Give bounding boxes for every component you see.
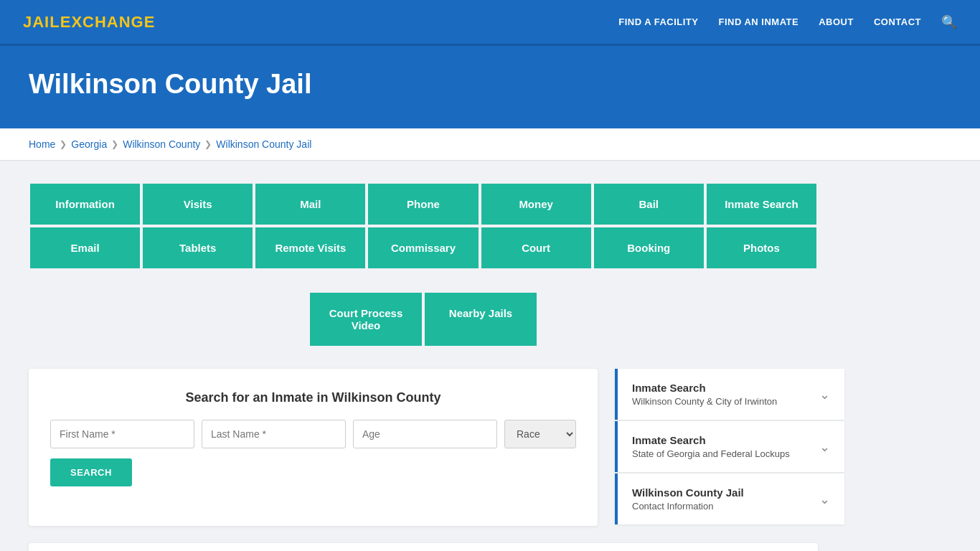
logo-jail: JAIL: [23, 13, 60, 31]
info-section: Wilkinson County Jail Information: [29, 543, 818, 551]
first-name-input[interactable]: [50, 420, 194, 448]
sidebar-item-2-title: Inmate Search: [632, 434, 790, 446]
nav-find-inmate[interactable]: FIND AN INMATE: [718, 17, 798, 27]
tab-inmate-search[interactable]: Inmate Search: [705, 182, 818, 226]
tab-photos[interactable]: Photos: [705, 226, 818, 270]
logo-exchange-rest: XCHANGE: [71, 13, 155, 31]
tab-mail[interactable]: Mail: [254, 182, 367, 226]
tabs-grid: Information Visits Mail Phone Money Bail…: [29, 182, 818, 270]
hero-section: Wilkinson County Jail: [0, 46, 980, 128]
two-col-layout: Search for an Inmate in Wilkinson County…: [29, 369, 818, 526]
search-title: Search for an Inmate in Wilkinson County: [50, 390, 576, 405]
sidebar-item-2-subtitle: State of Georgia and Federal Lockups: [632, 448, 790, 459]
page-title: Wilkinson County Jail: [29, 69, 951, 100]
tab-court[interactable]: Court: [480, 226, 593, 270]
tab-email[interactable]: Email: [29, 226, 141, 270]
sidebar: Inmate Search Wilkinson County & City of…: [615, 369, 844, 526]
tab-visits[interactable]: Visits: [141, 182, 254, 226]
search-inputs: Race White Black Hispanic Asian Other: [50, 420, 576, 448]
breadcrumb-georgia[interactable]: Georgia: [71, 138, 107, 150]
chevron-down-icon-2: ⌄: [819, 439, 830, 455]
tab-phone[interactable]: Phone: [367, 182, 479, 226]
chevron-down-icon-1: ⌄: [819, 387, 830, 402]
breadcrumb-sep-2: ❯: [111, 139, 118, 149]
search-card: Search for an Inmate in Wilkinson County…: [29, 369, 598, 526]
tab-information[interactable]: Information: [29, 182, 141, 226]
sidebar-item-2[interactable]: Inmate Search State of Georgia and Feder…: [615, 421, 844, 472]
sidebar-item-2-text: Inmate Search State of Georgia and Feder…: [632, 434, 790, 459]
tab-commissary[interactable]: Commissary: [367, 226, 479, 270]
sidebar-item-3-subtitle: Contact Information: [632, 501, 744, 512]
breadcrumb-sep-3: ❯: [204, 139, 212, 149]
sidebar-item-3[interactable]: Wilkinson County Jail Contact Informatio…: [615, 474, 844, 524]
sidebar-item-1[interactable]: Inmate Search Wilkinson County & City of…: [615, 369, 844, 420]
sidebar-item-1-subtitle: Wilkinson County & City of Irwinton: [632, 396, 777, 407]
nav-links: FIND A FACILITY FIND AN INMATE ABOUT CON…: [618, 14, 957, 30]
breadcrumb-current: Wilkinson County Jail: [216, 138, 311, 150]
search-button[interactable]: SEARCH: [50, 458, 132, 486]
breadcrumb-county[interactable]: Wilkinson County: [123, 138, 200, 150]
nav-contact[interactable]: CONTACT: [874, 17, 921, 27]
chevron-down-icon-3: ⌄: [819, 491, 830, 507]
nav-find-facility[interactable]: FIND A FACILITY: [618, 17, 698, 27]
last-name-input[interactable]: [202, 420, 346, 448]
tab-booking[interactable]: Booking: [593, 226, 705, 270]
main-content: Information Visits Mail Phone Money Bail…: [0, 161, 980, 551]
sidebar-item-3-text: Wilkinson County Jail Contact Informatio…: [632, 486, 744, 512]
sidebar-item-1-title: Inmate Search: [632, 382, 777, 394]
tab-tablets[interactable]: Tablets: [141, 226, 254, 270]
logo[interactable]: JAILEXCHANGE: [23, 13, 155, 32]
nav-about[interactable]: ABOUT: [819, 17, 854, 27]
tab-bail[interactable]: Bail: [593, 182, 705, 226]
sidebar-item-1-text: Inmate Search Wilkinson County & City of…: [632, 382, 777, 407]
tab-remote-visits[interactable]: Remote Visits: [254, 226, 367, 270]
breadcrumb: Home ❯ Georgia ❯ Wilkinson County ❯ Wilk…: [0, 128, 980, 161]
breadcrumb-home[interactable]: Home: [29, 138, 55, 150]
tabs-row3: Court Process Video Nearby Jails: [29, 291, 818, 347]
tab-nearby-jails[interactable]: Nearby Jails: [423, 291, 538, 347]
tab-court-process-video[interactable]: Court Process Video: [308, 291, 423, 347]
main-nav: JAILEXCHANGE FIND A FACILITY FIND AN INM…: [0, 0, 980, 46]
age-input[interactable]: [353, 420, 497, 448]
race-select[interactable]: Race White Black Hispanic Asian Other: [504, 420, 576, 448]
logo-exchange-x: E: [60, 13, 72, 31]
sidebar-item-3-title: Wilkinson County Jail: [632, 486, 744, 499]
tab-money[interactable]: Money: [480, 182, 593, 226]
search-icon[interactable]: 🔍: [941, 14, 957, 30]
breadcrumb-sep-1: ❯: [60, 139, 67, 149]
